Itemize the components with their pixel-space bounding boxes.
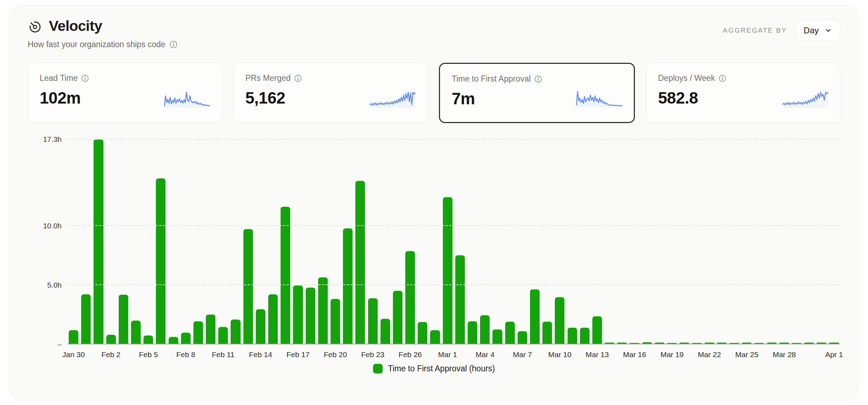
bar-feb-10[interactable]: [206, 315, 215, 344]
bar-mar-18[interactable]: [655, 343, 664, 344]
bar-mar-19[interactable]: [667, 343, 677, 344]
x-axis-label: Mar 4: [475, 350, 495, 359]
bar-mar-15[interactable]: [617, 343, 627, 344]
bar-feb-23[interactable]: [368, 298, 378, 344]
aggregate-by-value: Day: [804, 26, 819, 35]
bar-slot: [516, 139, 529, 344]
bar-slot: [317, 139, 329, 344]
bar-mar-27[interactable]: [767, 343, 777, 344]
x-axis-label: Mar 19: [660, 350, 683, 359]
info-icon[interactable]: [81, 74, 89, 82]
bar-slot: [790, 139, 803, 344]
info-icon[interactable]: [169, 40, 177, 49]
bar-mar-17[interactable]: [642, 342, 652, 344]
bar-feb-22[interactable]: [355, 181, 365, 344]
bar-jan-31[interactable]: [81, 294, 91, 344]
bar-mar-14[interactable]: [605, 343, 614, 344]
bar-feb-16[interactable]: [281, 207, 290, 344]
bar-feb-15[interactable]: [268, 294, 278, 344]
bar-mar-25[interactable]: [742, 343, 751, 344]
bar-mar-31[interactable]: [817, 343, 826, 344]
bar-feb-1[interactable]: [94, 139, 103, 344]
bar-mar-30[interactable]: [804, 343, 814, 344]
aggregate-by-label: AGGREGATE BY: [723, 27, 787, 34]
bar-jan-30[interactable]: [69, 330, 78, 344]
info-icon[interactable]: [294, 74, 302, 82]
metric-card-prs-merged[interactable]: PRs Merged 5,162: [233, 63, 428, 123]
bar-apr-1[interactable]: [829, 343, 839, 344]
bar-mar-2[interactable]: [455, 255, 465, 344]
bar-mar-3[interactable]: [468, 321, 477, 344]
x-axis-label: Mar 16: [623, 350, 646, 359]
page-subtitle: How fast your organization ships code: [28, 40, 165, 49]
bar-mar-7[interactable]: [518, 331, 527, 344]
x-axis-label: Feb 14: [249, 350, 272, 359]
bar-feb-24[interactable]: [381, 319, 390, 344]
x-axis-label: Mar 22: [698, 350, 721, 359]
bar-feb-21[interactable]: [343, 228, 353, 344]
velocity-timer-icon: [28, 19, 43, 34]
bar-mar-23[interactable]: [717, 343, 727, 344]
bar-slot: [92, 139, 105, 344]
metric-card-deploys-per-week[interactable]: Deploys / Week 582.8: [646, 63, 841, 123]
bar-mar-28[interactable]: [779, 343, 789, 344]
bar-feb-14[interactable]: [256, 309, 265, 344]
bar-mar-4[interactable]: [480, 315, 490, 344]
bar-slot: [130, 139, 142, 344]
x-axis-label: Mar 13: [586, 350, 609, 359]
bar-mar-10[interactable]: [555, 297, 564, 344]
bar-feb-25[interactable]: [393, 291, 402, 344]
bar-mar-12[interactable]: [580, 328, 590, 344]
bar-feb-26[interactable]: [405, 251, 415, 344]
bar-feb-12[interactable]: [231, 320, 240, 344]
bar-feb-13[interactable]: [243, 229, 253, 344]
bar-slot: [678, 139, 691, 344]
bar-feb-27[interactable]: [418, 322, 427, 344]
x-axis-label: Mar 7: [513, 350, 532, 359]
bar-mar-29[interactable]: [792, 343, 801, 344]
bar-feb-6[interactable]: [156, 178, 165, 344]
bar-feb-7[interactable]: [169, 337, 178, 344]
metric-card-time-to-first-approval[interactable]: Time to First Approval 7m: [439, 63, 635, 123]
bar-mar-13[interactable]: [592, 316, 602, 344]
bar-mar-8[interactable]: [530, 289, 540, 344]
bar-feb-2[interactable]: [106, 335, 116, 344]
bar-mar-1[interactable]: [443, 197, 452, 344]
gridline: [67, 225, 840, 226]
bar-slot: [691, 139, 703, 344]
bar-mar-22[interactable]: [705, 343, 714, 344]
info-icon[interactable]: [718, 74, 726, 82]
bar-slot: [416, 139, 429, 344]
bar-mar-9[interactable]: [542, 322, 552, 344]
card-label: PRs Merged: [246, 73, 291, 83]
bar-slot: [304, 139, 317, 344]
bar-feb-18[interactable]: [306, 288, 315, 344]
bar-slot: [105, 139, 117, 344]
bar-feb-3[interactable]: [119, 295, 128, 344]
x-axis-label: Feb 8: [176, 350, 195, 359]
bar-slot: [404, 139, 416, 344]
bar-mar-11[interactable]: [568, 328, 577, 344]
bar-feb-28[interactable]: [430, 330, 440, 344]
bar-mar-20[interactable]: [680, 343, 689, 344]
bar-mar-21[interactable]: [692, 343, 701, 344]
bar-feb-17[interactable]: [293, 285, 303, 344]
bar-feb-9[interactable]: [193, 321, 203, 344]
bar-feb-20[interactable]: [331, 299, 340, 344]
bar-mar-6[interactable]: [505, 322, 515, 344]
bar-feb-19[interactable]: [318, 277, 328, 344]
gridline: [67, 284, 840, 285]
chevron-down-icon: [824, 27, 832, 34]
bar-mar-24[interactable]: [729, 343, 739, 344]
bar-mar-16[interactable]: [630, 343, 639, 344]
aggregate-by-select[interactable]: Day: [795, 20, 840, 41]
metric-card-lead-time[interactable]: Lead Time 102m: [28, 63, 222, 123]
bar-feb-8[interactable]: [181, 333, 191, 344]
bar-slot: [167, 139, 180, 344]
bar-feb-4[interactable]: [131, 321, 141, 344]
bar-feb-11[interactable]: [218, 327, 228, 344]
bar-feb-5[interactable]: [143, 335, 153, 344]
bar-mar-26[interactable]: [754, 343, 764, 344]
info-icon[interactable]: [534, 75, 542, 83]
bar-mar-5[interactable]: [492, 329, 502, 344]
